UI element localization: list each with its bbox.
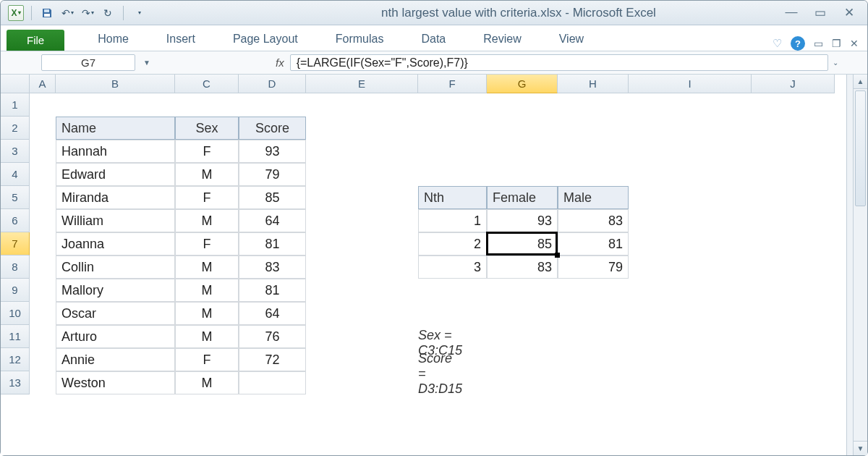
- result-male-6[interactable]: 83: [558, 209, 629, 232]
- excel-app-icon[interactable]: X▾: [8, 5, 24, 21]
- tab-pagelayout[interactable]: Page Layout: [214, 28, 317, 51]
- main-score-12[interactable]: 72: [239, 348, 306, 371]
- main-sex-6[interactable]: M: [175, 209, 239, 232]
- main-sex-9[interactable]: M: [175, 279, 239, 302]
- main-name-11[interactable]: Arturo: [56, 325, 175, 348]
- worksheet-area[interactable]: ABCDEFGHIJ 12345678910111213 NameSexScor…: [1, 75, 867, 455]
- main-sex-4[interactable]: M: [175, 163, 239, 186]
- workbook-close-button[interactable]: ✕: [850, 38, 859, 49]
- formula-expand-icon[interactable]: ⌄: [833, 59, 838, 67]
- tab-data[interactable]: Data: [402, 28, 464, 51]
- main-sex-11[interactable]: M: [175, 325, 239, 348]
- scroll-down-button[interactable]: ▼: [854, 441, 867, 455]
- minimize-button[interactable]: —: [783, 5, 799, 20]
- main-name-7[interactable]: Joanna: [56, 232, 175, 256]
- ribbon-minimize-button[interactable]: ▭: [814, 38, 823, 49]
- row-header-4[interactable]: 4: [1, 163, 30, 186]
- row-header-5[interactable]: 5: [1, 186, 30, 209]
- scroll-thumb[interactable]: [855, 90, 866, 206]
- main-score-11[interactable]: 76: [239, 325, 306, 348]
- maximize-button[interactable]: ▭: [812, 5, 828, 20]
- main-sex-10[interactable]: M: [175, 302, 239, 325]
- main-name-4[interactable]: Edward: [56, 163, 175, 186]
- row-header-10[interactable]: 10: [1, 302, 30, 325]
- main-sex-13[interactable]: M: [175, 371, 239, 394]
- main-score-4[interactable]: 79: [239, 163, 306, 186]
- tab-formulas[interactable]: Formulas: [317, 28, 403, 51]
- vertical-splitter[interactable]: [846, 75, 853, 455]
- result-male-8[interactable]: 79: [558, 256, 629, 279]
- tab-review[interactable]: Review: [464, 28, 540, 51]
- result-female-8[interactable]: 83: [487, 256, 558, 279]
- main-header-sex[interactable]: Sex: [175, 117, 239, 140]
- col-header-I[interactable]: I: [629, 75, 752, 93]
- scroll-up-button[interactable]: ▲: [854, 75, 867, 89]
- close-button[interactable]: ✕: [841, 5, 857, 20]
- main-name-9[interactable]: Mallory: [56, 279, 175, 302]
- row-header-7[interactable]: 7: [1, 232, 30, 256]
- main-sex-12[interactable]: F: [175, 348, 239, 371]
- fill-handle[interactable]: [555, 253, 560, 258]
- main-score-6[interactable]: 64: [239, 209, 306, 232]
- main-name-3[interactable]: Hannah: [56, 140, 175, 163]
- qat-customize-button[interactable]: ▾: [131, 5, 147, 21]
- result-nth-8[interactable]: 3: [418, 256, 487, 279]
- result-header-female[interactable]: Female: [487, 186, 558, 209]
- row-header-1[interactable]: 1: [1, 93, 30, 117]
- main-sex-7[interactable]: F: [175, 232, 239, 256]
- row-header-8[interactable]: 8: [1, 256, 30, 279]
- select-all-button[interactable]: [1, 75, 30, 93]
- vertical-scrollbar[interactable]: ▲ ▼: [853, 75, 867, 455]
- main-header-score[interactable]: Score: [239, 117, 306, 140]
- save-button[interactable]: [39, 5, 55, 21]
- result-female-6[interactable]: 93: [487, 209, 558, 232]
- row-header-3[interactable]: 3: [1, 140, 30, 163]
- main-header-name[interactable]: Name: [56, 117, 175, 140]
- result-female-7[interactable]: 85: [487, 232, 558, 256]
- main-name-10[interactable]: Oscar: [56, 302, 175, 325]
- file-tab[interactable]: File: [7, 30, 64, 51]
- row-header-11[interactable]: 11: [1, 325, 30, 348]
- fx-label[interactable]: fx: [276, 56, 284, 69]
- main-score-5[interactable]: 85: [239, 186, 306, 209]
- help-button[interactable]: ?: [791, 36, 805, 51]
- result-header-nth[interactable]: Nth: [418, 186, 487, 209]
- col-header-C[interactable]: C: [175, 75, 239, 93]
- main-name-13[interactable]: Weston: [56, 371, 175, 394]
- main-sex-3[interactable]: F: [175, 140, 239, 163]
- col-header-H[interactable]: H: [558, 75, 629, 93]
- main-score-8[interactable]: 83: [239, 256, 306, 279]
- main-name-12[interactable]: Annie: [56, 348, 175, 371]
- row-header-9[interactable]: 9: [1, 279, 30, 302]
- row-header-6[interactable]: 6: [1, 209, 30, 232]
- col-header-B[interactable]: B: [56, 75, 175, 93]
- result-header-male[interactable]: Male: [558, 186, 629, 209]
- redo-button[interactable]: ↷▾: [80, 5, 95, 21]
- main-score-7[interactable]: 81: [239, 232, 306, 256]
- col-header-E[interactable]: E: [306, 75, 418, 93]
- result-nth-7[interactable]: 2: [418, 232, 487, 256]
- customize-ribbon-icon[interactable]: ♡: [773, 37, 782, 50]
- col-header-J[interactable]: J: [752, 75, 835, 93]
- chevron-down-icon[interactable]: ▼: [143, 59, 150, 67]
- main-name-8[interactable]: Collin: [56, 256, 175, 279]
- row-header-2[interactable]: 2: [1, 117, 30, 140]
- main-score-3[interactable]: 93: [239, 140, 306, 163]
- main-score-10[interactable]: 64: [239, 302, 306, 325]
- result-nth-6[interactable]: 1: [418, 209, 487, 232]
- main-name-5[interactable]: Miranda: [56, 186, 175, 209]
- tab-view[interactable]: View: [540, 28, 603, 51]
- tab-home[interactable]: Home: [79, 28, 148, 51]
- workbook-restore-button[interactable]: ❐: [832, 38, 841, 49]
- main-score-13[interactable]: [239, 371, 306, 394]
- name-box[interactable]: G7▼: [41, 54, 135, 71]
- col-header-G[interactable]: G: [487, 75, 558, 93]
- result-male-7[interactable]: 81: [558, 232, 629, 256]
- row-header-12[interactable]: 12: [1, 348, 30, 371]
- repeat-button[interactable]: ↻: [100, 5, 116, 21]
- col-header-F[interactable]: F: [418, 75, 487, 93]
- main-sex-5[interactable]: F: [175, 186, 239, 209]
- tab-insert[interactable]: Insert: [148, 28, 214, 51]
- main-score-9[interactable]: 81: [239, 279, 306, 302]
- main-sex-8[interactable]: M: [175, 256, 239, 279]
